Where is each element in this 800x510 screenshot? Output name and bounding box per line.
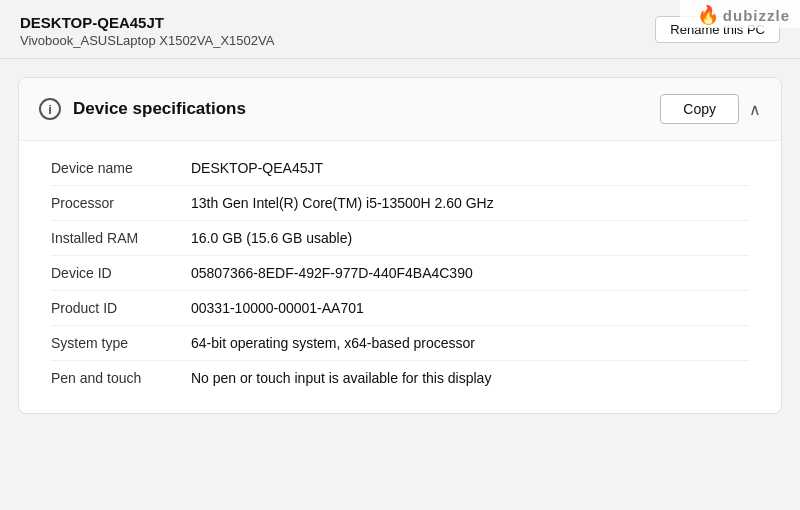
spec-label: Product ID: [51, 300, 191, 316]
section-title: Device specifications: [73, 99, 246, 119]
specs-table: Device nameDESKTOP-QEA45JTProcessor13th …: [19, 141, 781, 413]
spec-label: Installed RAM: [51, 230, 191, 246]
table-row: Processor13th Gen Intel(R) Core(TM) i5-1…: [51, 186, 749, 221]
spec-value: 64-bit operating system, x64-based proce…: [191, 335, 475, 351]
spec-value: 13th Gen Intel(R) Core(TM) i5-13500H 2.6…: [191, 195, 494, 211]
table-row: System type64-bit operating system, x64-…: [51, 326, 749, 361]
spec-value: 16.0 GB (15.6 GB usable): [191, 230, 352, 246]
rename-pc-button[interactable]: Rename this PC: [655, 16, 780, 43]
spec-value: 05807366-8EDF-492F-977D-440F4BA4C390: [191, 265, 473, 281]
spec-label: Pen and touch: [51, 370, 191, 386]
info-icon: i: [39, 98, 61, 120]
table-row: Device ID05807366-8EDF-492F-977D-440F4BA…: [51, 256, 749, 291]
section-header-right: Copy ∧: [660, 94, 761, 124]
top-bar: DESKTOP-QEA45JT Vivobook_ASUSLaptop X150…: [0, 0, 800, 59]
table-row: Pen and touchNo pen or touch input is av…: [51, 361, 749, 395]
device-specifications-section: i Device specifications Copy ∧ Device na…: [18, 77, 782, 414]
device-title: DESKTOP-QEA45JT: [20, 14, 274, 31]
spec-value: DESKTOP-QEA45JT: [191, 160, 323, 176]
spec-label: Device name: [51, 160, 191, 176]
table-row: Device nameDESKTOP-QEA45JT: [51, 151, 749, 186]
spec-label: Device ID: [51, 265, 191, 281]
spec-value: 00331-10000-00001-AA701: [191, 300, 364, 316]
section-header-left: i Device specifications: [39, 98, 246, 120]
device-info: DESKTOP-QEA45JT Vivobook_ASUSLaptop X150…: [20, 14, 274, 48]
spec-label: Processor: [51, 195, 191, 211]
copy-button[interactable]: Copy: [660, 94, 739, 124]
table-row: Product ID00331-10000-00001-AA701: [51, 291, 749, 326]
section-header: i Device specifications Copy ∧: [19, 78, 781, 141]
device-subtitle: Vivobook_ASUSLaptop X1502VA_X1502VA: [20, 33, 274, 48]
table-row: Installed RAM16.0 GB (15.6 GB usable): [51, 221, 749, 256]
spec-value: No pen or touch input is available for t…: [191, 370, 491, 386]
spec-label: System type: [51, 335, 191, 351]
chevron-up-icon[interactable]: ∧: [749, 100, 761, 119]
